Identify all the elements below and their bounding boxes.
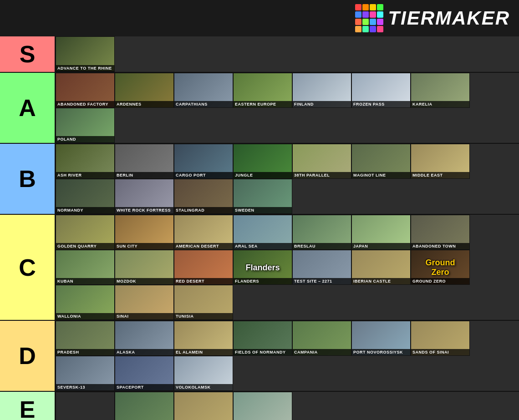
map-name-label: Iberian Castle: [352, 278, 410, 284]
map-name-label: ABANDONED TOWN: [411, 243, 469, 249]
map-name-label: PRADESH: [56, 349, 114, 355]
map-item[interactable]: RED DESERT: [174, 250, 233, 285]
map-item[interactable]: SURROUNDINGS OF VOLOKOLAMSK: [233, 392, 292, 420]
map-item[interactable]: TUNISIA: [174, 285, 233, 320]
map-name-label: NORMANDY: [56, 207, 114, 213]
tier-row-a: AABANDONED FACTORYARDENNESCARPATHIANSEAS…: [0, 73, 519, 144]
map-item[interactable]: VOLOKOLAMSK: [174, 356, 233, 391]
map-item[interactable]: SUN CITY: [115, 215, 174, 250]
map-item[interactable]: EASTERN EUROPE: [233, 73, 292, 108]
map-item[interactable]: Iberian Castle: [351, 250, 411, 285]
map-name-label: SINAI: [115, 313, 173, 319]
map-item[interactable]: ALASKA: [115, 321, 174, 356]
map-name-label: EASTERN EUROPE: [234, 101, 292, 107]
logo-cell-5: [362, 11, 369, 18]
map-item[interactable]: ADVANCE TO THE RHINE: [56, 36, 115, 72]
map-item[interactable]: FROZEN PASS: [351, 73, 411, 108]
map-name-label: VOLOKOLAMSK: [174, 384, 233, 390]
map-item[interactable]: JUNGLE: [233, 144, 292, 179]
tier-label-c: C: [0, 215, 55, 320]
map-item[interactable]: KUBAN: [56, 250, 115, 285]
tier-label-d: D: [0, 321, 55, 391]
map-item[interactable]: CARGO PORT: [174, 144, 233, 179]
logo-cell-15: [377, 26, 383, 32]
map-item[interactable]: BERLIN: [115, 144, 174, 179]
map-item[interactable]: FINLAND: [292, 73, 351, 108]
tier-content-e: ARCTICHÜRTGEN FORESTSANDS OF TUNISIASURR…: [55, 392, 519, 420]
map-name-label: WHITE ROCK FORTRESS: [115, 207, 173, 213]
logo-cell-6: [370, 11, 376, 18]
map-name-label: MAGINOT LINE: [352, 172, 410, 178]
map-item[interactable]: ARCTIC: [56, 392, 115, 420]
map-name-label: STALINGRAD: [174, 207, 233, 213]
map-item[interactable]: ABANDONED FACTORY: [56, 73, 115, 108]
map-item[interactable]: MAGINOT LINE: [351, 144, 411, 179]
tier-label-a: A: [0, 73, 55, 143]
map-item[interactable]: PRADESH: [56, 321, 115, 356]
map-item[interactable]: FlandersFlanders: [233, 250, 292, 285]
map-item[interactable]: HÜRTGEN FOREST: [115, 392, 174, 420]
map-item[interactable]: ARDENNES: [115, 73, 174, 108]
map-item[interactable]: Test Site – 2271: [292, 250, 351, 285]
map-item[interactable]: SINAI: [115, 285, 174, 320]
map-item[interactable]: JAPAN: [351, 215, 411, 250]
map-name-label: Flanders: [234, 278, 292, 284]
map-item[interactable]: ARAL SEA: [233, 215, 292, 250]
logo-grid: [355, 4, 383, 32]
map-item[interactable]: FIELDS OF NORMANDY: [233, 321, 292, 356]
map-name-label: FROZEN PASS: [352, 101, 410, 107]
map-item[interactable]: SWEDEN: [233, 179, 292, 214]
map-item[interactable]: CAMPANIA: [292, 321, 351, 356]
map-item[interactable]: STALINGRAD: [174, 179, 233, 214]
map-name-label: PORT NOVOROSSIYSK: [352, 349, 410, 355]
map-name-label: WALLONIA: [56, 313, 114, 319]
map-item[interactable]: EL ALAMEIN: [174, 321, 233, 356]
map-name-label: CAMPANIA: [293, 349, 351, 355]
map-thumbnail: [56, 392, 115, 420]
map-name-label: POLAND: [56, 136, 114, 142]
map-item[interactable]: 38TH PARALLEL: [292, 144, 351, 179]
map-item[interactable]: MIDDLE EAST: [411, 144, 470, 179]
map-item[interactable]: NORMANDY: [56, 179, 115, 214]
map-item[interactable]: WALLONIA: [56, 285, 115, 320]
map-item[interactable]: AMERICAN DESERT: [174, 215, 233, 250]
map-item[interactable]: BRESLAU: [292, 215, 351, 250]
map-thumbnail: [115, 392, 174, 420]
map-item[interactable]: Ground ZeroGround Zero: [411, 250, 470, 285]
map-item[interactable]: PORT NOVOROSSIYSK: [351, 321, 411, 356]
logo: TiERMAKER: [355, 4, 510, 32]
map-name-label: AMERICAN DESERT: [174, 243, 233, 249]
map-thumbnail: [174, 392, 233, 420]
map-item[interactable]: SPACEPORT: [115, 356, 174, 391]
tier-content-d: PRADESHALASKAEL ALAMEINFIELDS OF NORMAND…: [55, 321, 519, 391]
map-item[interactable]: WHITE ROCK FORTRESS: [115, 179, 174, 214]
tier-label-s: S: [0, 36, 55, 72]
tiers-container: SADVANCE TO THE RHINEAABANDONED FACTORYA…: [0, 36, 519, 420]
map-name-label: KARELIA: [411, 101, 469, 107]
map-item[interactable]: SANDS OF SINAI: [411, 321, 470, 356]
tier-label-e: E: [0, 392, 55, 420]
map-item[interactable]: MOZDOK: [115, 250, 174, 285]
map-item[interactable]: CARPATHIANS: [174, 73, 233, 108]
map-item[interactable]: ABANDONED TOWN: [411, 215, 470, 250]
tier-row-d: DPRADESHALASKAEL ALAMEINFIELDS OF NORMAN…: [0, 321, 519, 392]
logo-cell-2: [370, 4, 376, 10]
map-name-label: SEVERSK-13: [56, 384, 114, 390]
map-item[interactable]: GOLDEN QUARRY: [56, 215, 115, 250]
tiermaker-container: TiERMAKER SADVANCE TO THE RHINEAABANDONE…: [0, 0, 519, 420]
map-item[interactable]: ASH RIVER: [56, 144, 115, 179]
map-item[interactable]: SEVERSK-13: [56, 356, 115, 391]
map-name-label: SWEDEN: [234, 207, 292, 213]
tier-row-e: EARCTICHÜRTGEN FORESTSANDS OF TUNISIASUR…: [0, 392, 519, 420]
logo-cell-0: [355, 4, 361, 10]
map-name-label: 38TH PARALLEL: [293, 172, 351, 178]
map-item[interactable]: KARELIA: [411, 73, 470, 108]
map-name-label: ARAL SEA: [234, 243, 292, 249]
logo-text: TiERMAKER: [388, 7, 510, 29]
tier-row-s: SADVANCE TO THE RHINE: [0, 36, 519, 73]
logo-cell-13: [362, 26, 369, 32]
map-name-label: CARGO PORT: [174, 172, 233, 178]
map-name-label: Test Site – 2271: [293, 278, 351, 284]
map-item[interactable]: POLAND: [56, 108, 115, 143]
map-item[interactable]: SANDS OF TUNISIA: [174, 392, 233, 420]
